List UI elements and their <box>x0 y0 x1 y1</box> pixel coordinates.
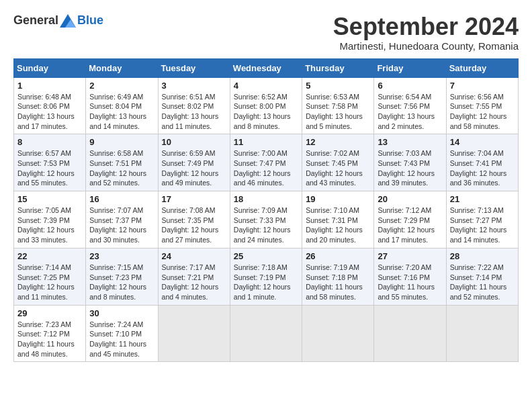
day-info: Sunrise: 6:52 AMSunset: 8:00 PMDaylight:… <box>234 92 298 132</box>
calendar-cell: 29Sunrise: 7:23 AMSunset: 7:12 PMDayligh… <box>14 305 86 362</box>
day-number: 16 <box>89 194 154 204</box>
calendar-cell: 30Sunrise: 7:24 AMSunset: 7:10 PMDayligh… <box>86 305 158 362</box>
calendar-cell: 6Sunrise: 6:54 AMSunset: 7:56 PMDaylight… <box>374 77 446 134</box>
day-info: Sunrise: 7:17 AMSunset: 7:21 PMDaylight:… <box>162 263 226 302</box>
day-number: 15 <box>17 194 82 204</box>
calendar-cell: 4Sunrise: 6:52 AMSunset: 8:00 PMDaylight… <box>230 77 302 134</box>
logo-icon <box>60 14 76 28</box>
day-info: Sunrise: 6:51 AMSunset: 8:02 PMDaylight:… <box>162 92 226 132</box>
day-number: 20 <box>378 194 442 204</box>
calendar-cell: 28Sunrise: 7:22 AMSunset: 7:14 PMDayligh… <box>446 248 518 305</box>
day-number: 8 <box>17 137 82 147</box>
day-info: Sunrise: 6:58 AMSunset: 7:51 PMDaylight:… <box>89 148 154 188</box>
day-info: Sunrise: 7:09 AMSunset: 7:33 PMDaylight:… <box>234 205 298 245</box>
calendar-cell: 2Sunrise: 6:49 AMSunset: 8:04 PMDaylight… <box>86 77 158 134</box>
calendar-cell: 20Sunrise: 7:12 AMSunset: 7:29 PMDayligh… <box>374 191 446 248</box>
day-number: 13 <box>378 137 442 147</box>
day-number: 26 <box>306 251 370 261</box>
calendar-cell: 8Sunrise: 6:57 AMSunset: 7:53 PMDaylight… <box>14 134 86 191</box>
day-number: 25 <box>234 251 298 261</box>
calendar-cell: 15Sunrise: 7:05 AMSunset: 7:39 PMDayligh… <box>14 191 86 248</box>
day-number: 6 <box>378 81 442 91</box>
day-info: Sunrise: 7:20 AMSunset: 7:16 PMDaylight:… <box>378 263 442 302</box>
day-info: Sunrise: 7:14 AMSunset: 7:25 PMDaylight:… <box>17 263 82 302</box>
day-info: Sunrise: 7:02 AMSunset: 7:45 PMDaylight:… <box>306 148 370 188</box>
calendar-cell <box>374 305 446 362</box>
day-info: Sunrise: 7:13 AMSunset: 7:27 PMDaylight:… <box>450 205 515 245</box>
calendar-cell <box>302 305 374 362</box>
calendar-cell: 21Sunrise: 7:13 AMSunset: 7:27 PMDayligh… <box>446 191 518 248</box>
day-info: Sunrise: 7:19 AMSunset: 7:18 PMDaylight:… <box>306 263 370 302</box>
calendar-cell: 1Sunrise: 6:48 AMSunset: 8:06 PMDaylight… <box>14 77 86 134</box>
week-row-5: 29Sunrise: 7:23 AMSunset: 7:12 PMDayligh… <box>14 305 519 362</box>
day-info: Sunrise: 7:07 AMSunset: 7:37 PMDaylight:… <box>89 205 154 245</box>
day-info: Sunrise: 7:10 AMSunset: 7:31 PMDaylight:… <box>306 205 370 245</box>
calendar-cell: 11Sunrise: 7:00 AMSunset: 7:47 PMDayligh… <box>230 134 302 191</box>
day-number: 5 <box>306 81 370 91</box>
calendar-cell: 3Sunrise: 6:51 AMSunset: 8:02 PMDaylight… <box>158 77 230 134</box>
day-info: Sunrise: 7:23 AMSunset: 7:12 PMDaylight:… <box>17 320 82 359</box>
week-row-4: 22Sunrise: 7:14 AMSunset: 7:25 PMDayligh… <box>14 248 519 305</box>
column-header-wednesday: Wednesday <box>230 58 302 77</box>
calendar-cell: 7Sunrise: 6:56 AMSunset: 7:55 PMDaylight… <box>446 77 518 134</box>
day-info: Sunrise: 6:48 AMSunset: 8:06 PMDaylight:… <box>17 92 82 132</box>
column-header-saturday: Saturday <box>446 58 518 77</box>
week-row-1: 1Sunrise: 6:48 AMSunset: 8:06 PMDaylight… <box>14 77 519 134</box>
day-number: 2 <box>89 81 154 91</box>
calendar-cell: 9Sunrise: 6:58 AMSunset: 7:51 PMDaylight… <box>86 134 158 191</box>
calendar-cell <box>446 305 518 362</box>
day-number: 7 <box>450 81 515 91</box>
day-info: Sunrise: 7:12 AMSunset: 7:29 PMDaylight:… <box>378 205 442 245</box>
day-number: 4 <box>234 81 298 91</box>
day-info: Sunrise: 7:15 AMSunset: 7:23 PMDaylight:… <box>89 263 154 302</box>
day-info: Sunrise: 6:49 AMSunset: 8:04 PMDaylight:… <box>89 92 154 132</box>
title-section: September 2024 Martinesti, Hunedoara Cou… <box>333 13 519 52</box>
location: Martinesti, Hunedoara County, Romania <box>333 40 519 52</box>
column-header-thursday: Thursday <box>302 58 374 77</box>
day-info: Sunrise: 7:00 AMSunset: 7:47 PMDaylight:… <box>234 148 298 188</box>
day-info: Sunrise: 7:18 AMSunset: 7:19 PMDaylight:… <box>234 263 298 302</box>
calendar-cell: 17Sunrise: 7:08 AMSunset: 7:35 PMDayligh… <box>158 191 230 248</box>
day-number: 21 <box>450 194 515 204</box>
calendar-cell: 10Sunrise: 6:59 AMSunset: 7:49 PMDayligh… <box>158 134 230 191</box>
logo-general: General <box>13 13 58 28</box>
day-info: Sunrise: 6:57 AMSunset: 7:53 PMDaylight:… <box>17 148 82 188</box>
day-number: 18 <box>234 194 298 204</box>
day-info: Sunrise: 6:53 AMSunset: 7:58 PMDaylight:… <box>306 92 370 132</box>
page-header: General Blue September 2024 Martinesti, … <box>13 13 519 52</box>
day-info: Sunrise: 6:56 AMSunset: 7:55 PMDaylight:… <box>450 92 515 132</box>
day-number: 19 <box>306 194 370 204</box>
day-number: 27 <box>378 251 442 261</box>
day-number: 9 <box>89 137 154 147</box>
calendar-cell: 24Sunrise: 7:17 AMSunset: 7:21 PMDayligh… <box>158 248 230 305</box>
day-info: Sunrise: 7:04 AMSunset: 7:41 PMDaylight:… <box>450 148 515 188</box>
calendar-table: SundayMondayTuesdayWednesdayThursdayFrid… <box>13 58 519 363</box>
calendar-cell: 23Sunrise: 7:15 AMSunset: 7:23 PMDayligh… <box>86 248 158 305</box>
calendar-cell: 5Sunrise: 6:53 AMSunset: 7:58 PMDaylight… <box>302 77 374 134</box>
day-info: Sunrise: 7:08 AMSunset: 7:35 PMDaylight:… <box>162 205 226 245</box>
day-number: 22 <box>17 251 82 261</box>
day-number: 10 <box>162 137 226 147</box>
week-row-2: 8Sunrise: 6:57 AMSunset: 7:53 PMDaylight… <box>14 134 519 191</box>
week-row-3: 15Sunrise: 7:05 AMSunset: 7:39 PMDayligh… <box>14 191 519 248</box>
column-header-monday: Monday <box>86 58 158 77</box>
day-number: 12 <box>306 137 370 147</box>
calendar-cell: 12Sunrise: 7:02 AMSunset: 7:45 PMDayligh… <box>302 134 374 191</box>
day-number: 14 <box>450 137 515 147</box>
day-info: Sunrise: 6:54 AMSunset: 7:56 PMDaylight:… <box>378 92 442 132</box>
day-number: 17 <box>162 194 226 204</box>
day-number: 28 <box>450 251 515 261</box>
calendar-cell: 13Sunrise: 7:03 AMSunset: 7:43 PMDayligh… <box>374 134 446 191</box>
calendar-cell: 19Sunrise: 7:10 AMSunset: 7:31 PMDayligh… <box>302 191 374 248</box>
calendar-cell: 16Sunrise: 7:07 AMSunset: 7:37 PMDayligh… <box>86 191 158 248</box>
column-header-tuesday: Tuesday <box>158 58 230 77</box>
calendar-cell: 14Sunrise: 7:04 AMSunset: 7:41 PMDayligh… <box>446 134 518 191</box>
calendar-cell <box>158 305 230 362</box>
day-info: Sunrise: 7:05 AMSunset: 7:39 PMDaylight:… <box>17 205 82 245</box>
column-header-friday: Friday <box>374 58 446 77</box>
day-number: 11 <box>234 137 298 147</box>
day-number: 24 <box>162 251 226 261</box>
calendar-cell: 27Sunrise: 7:20 AMSunset: 7:16 PMDayligh… <box>374 248 446 305</box>
calendar-cell: 18Sunrise: 7:09 AMSunset: 7:33 PMDayligh… <box>230 191 302 248</box>
calendar-cell: 22Sunrise: 7:14 AMSunset: 7:25 PMDayligh… <box>14 248 86 305</box>
